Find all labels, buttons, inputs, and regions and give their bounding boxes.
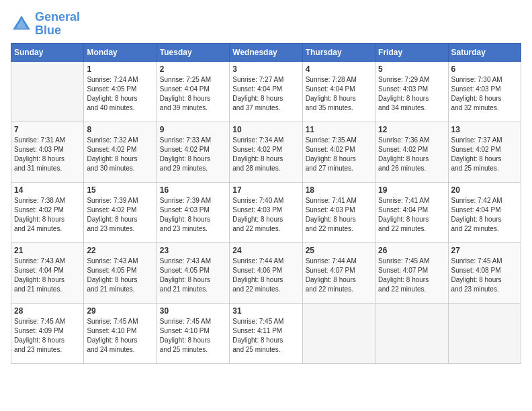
day-info: Sunrise: 7:41 AM Sunset: 4:04 PM Dayligh… xyxy=(378,196,445,234)
day-info: Sunrise: 7:35 AM Sunset: 4:02 PM Dayligh… xyxy=(306,136,372,173)
day-number: 8 xyxy=(87,125,153,134)
calendar-cell: 31Sunrise: 7:45 AM Sunset: 4:11 PM Dayli… xyxy=(230,303,302,363)
day-info: Sunrise: 7:45 AM Sunset: 4:07 PM Dayligh… xyxy=(378,257,445,294)
calendar-cell xyxy=(448,303,521,363)
day-number: 29 xyxy=(87,306,153,316)
calendar-cell: 22Sunrise: 7:43 AM Sunset: 4:05 PM Dayli… xyxy=(84,242,157,303)
calendar-table: SundayMondayTuesdayWednesdayThursdayFrid… xyxy=(11,43,521,364)
calendar-cell: 1Sunrise: 7:24 AM Sunset: 4:05 PM Daylig… xyxy=(84,61,157,122)
day-number: 19 xyxy=(378,185,445,195)
calendar-cell: 21Sunrise: 7:43 AM Sunset: 4:04 PM Dayli… xyxy=(11,242,84,303)
calendar-cell: 3Sunrise: 7:27 AM Sunset: 4:04 PM Daylig… xyxy=(230,61,302,122)
day-info: Sunrise: 7:45 AM Sunset: 4:08 PM Dayligh… xyxy=(451,257,518,294)
day-info: Sunrise: 7:45 AM Sunset: 4:09 PM Dayligh… xyxy=(14,317,81,355)
day-info: Sunrise: 7:44 AM Sunset: 4:07 PM Dayligh… xyxy=(306,257,372,294)
calendar-week-row: 1Sunrise: 7:24 AM Sunset: 4:05 PM Daylig… xyxy=(11,61,521,122)
day-number: 7 xyxy=(14,125,81,134)
day-info: Sunrise: 7:39 AM Sunset: 4:03 PM Dayligh… xyxy=(160,196,226,234)
calendar-cell: 12Sunrise: 7:36 AM Sunset: 4:02 PM Dayli… xyxy=(375,122,448,182)
day-of-week-header: Wednesday xyxy=(230,43,302,61)
day-number: 6 xyxy=(451,64,518,74)
calendar-cell xyxy=(302,303,375,363)
calendar-cell: 28Sunrise: 7:45 AM Sunset: 4:09 PM Dayli… xyxy=(11,303,84,363)
calendar-cell: 5Sunrise: 7:29 AM Sunset: 4:03 PM Daylig… xyxy=(375,61,448,122)
day-number: 31 xyxy=(232,306,299,316)
day-number: 16 xyxy=(160,185,226,195)
day-info: Sunrise: 7:33 AM Sunset: 4:02 PM Dayligh… xyxy=(160,136,226,173)
day-info: Sunrise: 7:41 AM Sunset: 4:03 PM Dayligh… xyxy=(306,196,372,234)
day-of-week-header: Monday xyxy=(84,43,157,61)
day-info: Sunrise: 7:40 AM Sunset: 4:03 PM Dayligh… xyxy=(232,196,299,234)
day-info: Sunrise: 7:37 AM Sunset: 4:02 PM Dayligh… xyxy=(451,136,518,173)
calendar-cell: 20Sunrise: 7:42 AM Sunset: 4:04 PM Dayli… xyxy=(448,182,521,242)
day-of-week-header: Tuesday xyxy=(157,43,229,61)
calendar-week-row: 21Sunrise: 7:43 AM Sunset: 4:04 PM Dayli… xyxy=(11,242,521,303)
calendar-cell: 9Sunrise: 7:33 AM Sunset: 4:02 PM Daylig… xyxy=(157,122,229,182)
calendar-cell: 10Sunrise: 7:34 AM Sunset: 4:02 PM Dayli… xyxy=(230,122,302,182)
calendar-cell: 15Sunrise: 7:39 AM Sunset: 4:02 PM Dayli… xyxy=(84,182,157,242)
calendar-week-row: 28Sunrise: 7:45 AM Sunset: 4:09 PM Dayli… xyxy=(11,303,521,363)
day-of-week-header: Friday xyxy=(375,43,448,61)
day-number: 26 xyxy=(378,246,445,255)
day-info: Sunrise: 7:32 AM Sunset: 4:02 PM Dayligh… xyxy=(87,136,153,173)
day-info: Sunrise: 7:43 AM Sunset: 4:04 PM Dayligh… xyxy=(14,257,81,294)
day-info: Sunrise: 7:45 AM Sunset: 4:11 PM Dayligh… xyxy=(232,317,299,355)
day-number: 23 xyxy=(160,246,226,255)
calendar-cell: 13Sunrise: 7:37 AM Sunset: 4:02 PM Dayli… xyxy=(448,122,521,182)
day-number: 2 xyxy=(160,64,226,74)
calendar-cell: 26Sunrise: 7:45 AM Sunset: 4:07 PM Dayli… xyxy=(375,242,448,303)
day-info: Sunrise: 7:43 AM Sunset: 4:05 PM Dayligh… xyxy=(87,257,153,294)
day-number: 18 xyxy=(306,185,372,195)
calendar-cell xyxy=(375,303,448,363)
calendar-cell: 29Sunrise: 7:45 AM Sunset: 4:10 PM Dayli… xyxy=(84,303,157,363)
calendar-cell: 6Sunrise: 7:30 AM Sunset: 4:03 PM Daylig… xyxy=(448,61,521,122)
day-number: 10 xyxy=(232,125,299,134)
day-info: Sunrise: 7:45 AM Sunset: 4:10 PM Dayligh… xyxy=(160,317,226,355)
day-number: 30 xyxy=(160,306,226,316)
day-info: Sunrise: 7:45 AM Sunset: 4:10 PM Dayligh… xyxy=(87,317,153,355)
day-number: 22 xyxy=(87,246,153,255)
calendar-cell: 7Sunrise: 7:31 AM Sunset: 4:03 PM Daylig… xyxy=(11,122,84,182)
day-number: 9 xyxy=(160,125,226,134)
day-info: Sunrise: 7:30 AM Sunset: 4:03 PM Dayligh… xyxy=(451,75,518,113)
day-info: Sunrise: 7:29 AM Sunset: 4:03 PM Dayligh… xyxy=(378,75,445,113)
calendar-cell: 14Sunrise: 7:38 AM Sunset: 4:02 PM Dayli… xyxy=(11,182,84,242)
day-of-week-header: Sunday xyxy=(11,43,84,61)
calendar-cell: 23Sunrise: 7:43 AM Sunset: 4:05 PM Dayli… xyxy=(157,242,229,303)
day-number: 27 xyxy=(451,246,518,255)
day-number: 11 xyxy=(306,125,372,134)
calendar-cell: 16Sunrise: 7:39 AM Sunset: 4:03 PM Dayli… xyxy=(157,182,229,242)
calendar-cell: 11Sunrise: 7:35 AM Sunset: 4:02 PM Dayli… xyxy=(302,122,375,182)
calendar-cell: 27Sunrise: 7:45 AM Sunset: 4:08 PM Dayli… xyxy=(448,242,521,303)
day-number: 5 xyxy=(378,64,445,74)
day-number: 14 xyxy=(14,185,81,195)
logo-text: General Blue xyxy=(35,11,80,38)
day-number: 4 xyxy=(306,64,372,74)
calendar-cell: 17Sunrise: 7:40 AM Sunset: 4:03 PM Dayli… xyxy=(230,182,302,242)
day-info: Sunrise: 7:28 AM Sunset: 4:04 PM Dayligh… xyxy=(306,75,372,113)
day-number: 28 xyxy=(14,306,81,316)
day-number: 24 xyxy=(232,246,299,255)
day-of-week-header: Thursday xyxy=(302,43,375,61)
calendar-cell: 4Sunrise: 7:28 AM Sunset: 4:04 PM Daylig… xyxy=(302,61,375,122)
day-info: Sunrise: 7:24 AM Sunset: 4:05 PM Dayligh… xyxy=(87,75,153,113)
day-info: Sunrise: 7:43 AM Sunset: 4:05 PM Dayligh… xyxy=(160,257,226,294)
calendar-week-row: 14Sunrise: 7:38 AM Sunset: 4:02 PM Dayli… xyxy=(11,182,521,242)
day-info: Sunrise: 7:38 AM Sunset: 4:02 PM Dayligh… xyxy=(14,196,81,234)
day-info: Sunrise: 7:25 AM Sunset: 4:04 PM Dayligh… xyxy=(160,75,226,113)
day-number: 17 xyxy=(232,185,299,195)
logo: General Blue xyxy=(11,11,80,38)
day-number: 20 xyxy=(451,185,518,195)
day-number: 25 xyxy=(306,246,372,255)
day-number: 15 xyxy=(87,185,153,195)
calendar-cell: 8Sunrise: 7:32 AM Sunset: 4:02 PM Daylig… xyxy=(84,122,157,182)
day-info: Sunrise: 7:42 AM Sunset: 4:04 PM Dayligh… xyxy=(451,196,518,234)
calendar-cell xyxy=(11,61,84,122)
day-of-week-header: Saturday xyxy=(448,43,521,61)
day-number: 12 xyxy=(378,125,445,134)
calendar-body: 1Sunrise: 7:24 AM Sunset: 4:05 PM Daylig… xyxy=(11,61,521,363)
calendar-cell: 25Sunrise: 7:44 AM Sunset: 4:07 PM Dayli… xyxy=(302,242,375,303)
day-info: Sunrise: 7:39 AM Sunset: 4:02 PM Dayligh… xyxy=(87,196,153,234)
day-info: Sunrise: 7:27 AM Sunset: 4:04 PM Dayligh… xyxy=(232,75,299,113)
day-number: 21 xyxy=(14,246,81,255)
